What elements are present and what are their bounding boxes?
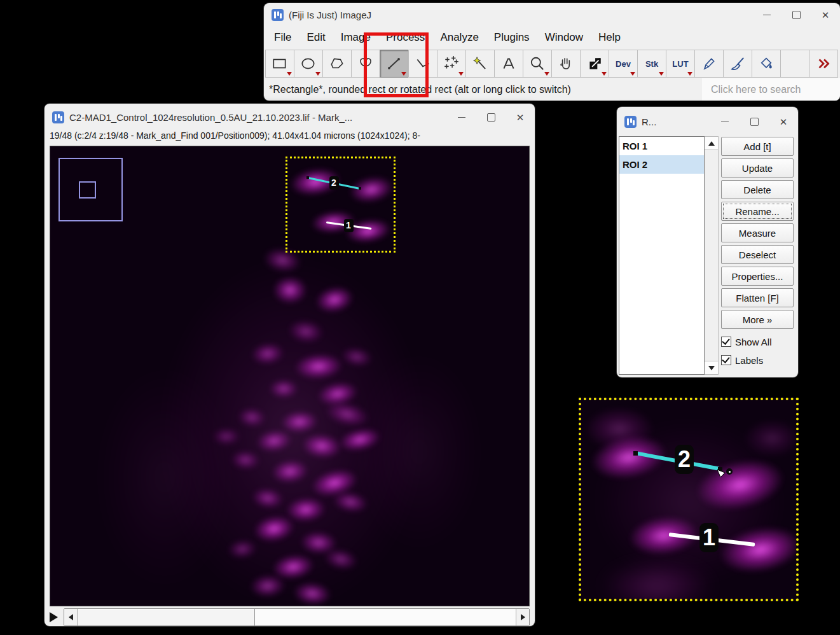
lut-menu-tool[interactable]: LUT bbox=[666, 50, 694, 78]
color-picker-tool[interactable] bbox=[580, 50, 609, 78]
checkbox-row-show-all[interactable]: Show All bbox=[721, 333, 794, 350]
close-button[interactable]: ✕ bbox=[506, 104, 535, 130]
oval-tool[interactable] bbox=[294, 50, 322, 78]
checkbox-label: Labels bbox=[735, 355, 763, 366]
roi-list-item[interactable]: ROI 2 bbox=[619, 155, 704, 174]
zoom-indicator-inner bbox=[79, 181, 96, 199]
menu-window[interactable]: Window bbox=[537, 31, 591, 44]
roi-button-column: Add [t]UpdateDeleteRename...MeasureDesel… bbox=[719, 136, 796, 375]
text-tool[interactable] bbox=[494, 50, 523, 78]
roi-button-delete[interactable]: Delete bbox=[721, 180, 794, 199]
line-midpoint-handle[interactable] bbox=[726, 468, 733, 475]
menu-edit[interactable]: Edit bbox=[299, 31, 333, 44]
paintbrush-tool[interactable] bbox=[723, 50, 752, 78]
dropdown-triangle-icon bbox=[287, 72, 292, 76]
hand-tool[interactable] bbox=[551, 50, 580, 78]
text-icon bbox=[500, 55, 517, 72]
menu-file[interactable]: File bbox=[266, 31, 299, 44]
flood-fill-tool[interactable] bbox=[752, 50, 780, 78]
status-bar: *Rectangle*, rounded rect or rotated rec… bbox=[264, 78, 840, 101]
wand-tool[interactable] bbox=[465, 50, 494, 78]
checked-checkbox-icon[interactable] bbox=[721, 355, 731, 365]
maximize-button[interactable] bbox=[781, 3, 811, 26]
maximize-button[interactable] bbox=[476, 104, 506, 130]
zoom-tool[interactable] bbox=[523, 50, 551, 78]
roi-number-label: 2 bbox=[675, 445, 694, 474]
roi-list[interactable]: ROI 1ROI 2 bbox=[619, 136, 705, 375]
fluorescence-blob bbox=[584, 407, 654, 451]
dropdown-triangle-icon bbox=[630, 72, 635, 76]
roi-button-flatten-f[interactable]: Flatten [F] bbox=[721, 288, 794, 307]
dropdown-triangle-icon bbox=[544, 72, 549, 76]
roi-list-item[interactable]: ROI 1 bbox=[619, 137, 704, 155]
scroll-left-icon[interactable] bbox=[64, 609, 78, 625]
dropdown-triangle-icon bbox=[458, 72, 464, 76]
roi-titlebar[interactable]: R... ✕ bbox=[617, 107, 798, 136]
roi-number-label: 1 bbox=[344, 219, 354, 232]
dev-menu-tool[interactable]: Dev bbox=[609, 50, 637, 78]
menu-plugins[interactable]: Plugins bbox=[486, 31, 537, 44]
image-titlebar[interactable]: C2-MAD1_Control_1024resolution_0.5AU_21.… bbox=[45, 104, 535, 130]
scrollbar-track[interactable] bbox=[255, 609, 516, 625]
image-info-text: 19/48 (c:2/4 z:19/48 - Mark_and_Find 001… bbox=[45, 130, 535, 146]
image-canvas[interactable]: 21 bbox=[50, 146, 530, 606]
roi-button-add-t[interactable]: Add [t] bbox=[721, 137, 794, 156]
menubar: FileEditImageProcessAnalyzePluginsWindow… bbox=[264, 26, 840, 49]
main-titlebar[interactable]: (Fiji Is Just) ImageJ ✕ bbox=[264, 3, 840, 26]
desktop: (Fiji Is Just) ImageJ ✕ FileEditImagePro… bbox=[0, 0, 840, 635]
roi-button-rename[interactable]: Rename... bbox=[721, 202, 794, 221]
mouse-cursor-icon bbox=[717, 469, 727, 479]
pencil-icon bbox=[701, 55, 717, 72]
color-picker-icon bbox=[586, 55, 603, 72]
point-tool[interactable] bbox=[437, 50, 465, 78]
dotted-roi-rectangle[interactable] bbox=[286, 157, 396, 253]
roi-button-update[interactable]: Update bbox=[721, 158, 794, 178]
close-button[interactable]: ✕ bbox=[811, 3, 840, 26]
flood-fill-icon bbox=[758, 55, 775, 72]
checkbox-row-labels[interactable]: Labels bbox=[721, 352, 794, 368]
scrollbar-thumb[interactable] bbox=[78, 609, 255, 625]
lut-menu-tool-label: LUT bbox=[672, 59, 688, 69]
stk-menu-tool[interactable]: Stk bbox=[637, 50, 666, 78]
play-icon[interactable] bbox=[50, 612, 58, 622]
scroll-right-icon[interactable] bbox=[516, 609, 529, 625]
dropdown-triangle-icon bbox=[315, 72, 320, 76]
line-endpoint-handle[interactable] bbox=[306, 176, 309, 179]
more-tools[interactable] bbox=[809, 50, 838, 78]
pencil-tool[interactable] bbox=[694, 50, 723, 78]
dev-menu-tool-label: Dev bbox=[616, 59, 631, 69]
roi-number-label: 2 bbox=[329, 176, 339, 190]
minimize-button[interactable] bbox=[447, 104, 476, 130]
menu-analyze[interactable]: Analyze bbox=[432, 31, 486, 44]
zoomed-roi-inset: 21 bbox=[579, 398, 799, 601]
checkbox-label: Show All bbox=[735, 337, 772, 347]
checked-checkbox-icon[interactable] bbox=[721, 337, 731, 347]
minimize-button[interactable] bbox=[752, 3, 781, 26]
rectangle-icon bbox=[272, 55, 288, 72]
fluorescence-blob bbox=[355, 350, 483, 554]
imagej-main-window: (Fiji Is Just) ImageJ ✕ FileEditImagePro… bbox=[264, 3, 840, 101]
roi-list-scrollbar[interactable] bbox=[705, 136, 719, 375]
roi-button-properties[interactable]: Properties... bbox=[721, 267, 794, 286]
line-endpoint-handle[interactable] bbox=[633, 451, 638, 456]
line-endpoint-handle[interactable] bbox=[359, 187, 361, 190]
rectangle-tool[interactable] bbox=[265, 50, 294, 78]
z-slice-scrollbar[interactable] bbox=[64, 608, 530, 626]
roi-button-deselect[interactable]: Deselect bbox=[721, 245, 794, 264]
roi-button-measure[interactable]: Measure bbox=[721, 223, 794, 242]
polygon-tool[interactable] bbox=[322, 50, 351, 78]
point-icon bbox=[443, 55, 460, 72]
empty-slot bbox=[780, 50, 809, 78]
scroll-up-icon[interactable] bbox=[705, 137, 718, 150]
menu-help[interactable]: Help bbox=[591, 31, 628, 44]
fluorescence-blob bbox=[95, 363, 235, 592]
roi-button-more[interactable]: More » bbox=[721, 310, 794, 329]
search-input[interactable]: Click here to search bbox=[702, 78, 840, 101]
fiji-roi-icon bbox=[624, 116, 637, 128]
fiji-doc-icon bbox=[52, 111, 64, 123]
image-window-title: C2-MAD1_Control_1024resolution_0.5AU_21.… bbox=[69, 112, 352, 123]
scroll-down-icon[interactable] bbox=[705, 361, 718, 374]
maximize-button[interactable] bbox=[740, 107, 769, 136]
minimize-button[interactable] bbox=[710, 107, 740, 136]
close-button[interactable]: ✕ bbox=[769, 107, 798, 136]
